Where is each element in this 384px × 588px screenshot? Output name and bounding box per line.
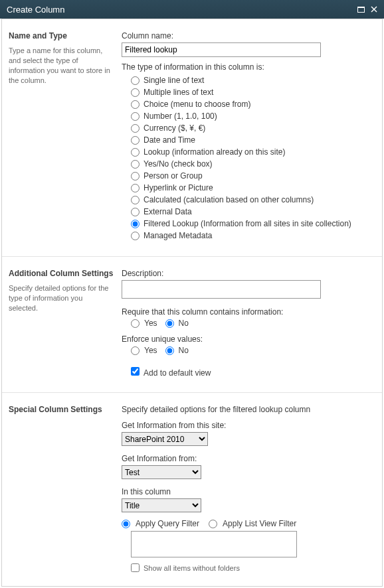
- yes-label: Yes: [144, 319, 157, 328]
- type-intro-label: The type of information in this column i…: [122, 62, 375, 72]
- column-type-option: Number (1, 1.0, 100): [131, 110, 375, 122]
- show-all-items-checkbox[interactable]: [131, 563, 140, 572]
- column-type-option: External Data: [131, 206, 375, 218]
- column-type-radio[interactable]: [131, 88, 140, 97]
- column-type-option: Filtered Lookup (Information from all si…: [131, 218, 375, 230]
- require-yes-radio[interactable]: [131, 319, 140, 328]
- column-type-option: Calculated (calculation based on other c…: [131, 194, 375, 206]
- column-type-option: Person or Group: [131, 170, 375, 182]
- column-type-label: Currency ($, ¥, €): [144, 123, 205, 133]
- column-type-radio[interactable]: [131, 220, 140, 228]
- column-type-radio[interactable]: [131, 172, 140, 181]
- column-type-option: Choice (menu to choose from): [131, 98, 375, 110]
- column-name-label: Column name:: [122, 31, 375, 40]
- column-type-label: Person or Group: [144, 171, 203, 181]
- column-type-option: Multiple lines of text: [131, 86, 375, 98]
- enforce-no-radio[interactable]: [165, 346, 174, 355]
- column-select[interactable]: Title: [122, 498, 201, 512]
- column-type-label: Multiple lines of text: [144, 88, 213, 97]
- section-heading: Name and Type: [9, 31, 114, 40]
- column-type-label: Single line of text: [144, 76, 204, 85]
- section-desc: Specify detailed options for the type of…: [9, 283, 114, 313]
- apply-query-filter-radio[interactable]: [122, 520, 130, 528]
- site-label: Get Information from this site:: [122, 421, 375, 430]
- filter-textarea[interactable]: [131, 531, 297, 557]
- dialog-title: Create Column: [7, 5, 352, 15]
- column-type-label: Choice (menu to choose from): [144, 100, 250, 109]
- column-type-radio[interactable]: [131, 136, 140, 145]
- section-special: Special Column Settings Specify detailed…: [2, 393, 382, 587]
- require-no-radio[interactable]: [165, 319, 174, 328]
- column-type-radio[interactable]: [131, 124, 140, 133]
- apply-list-view-filter-label: Apply List View Filter: [223, 519, 296, 528]
- list-label: Get Information from:: [122, 454, 375, 463]
- require-label: Require that this column contains inform…: [122, 307, 375, 317]
- column-type-radio[interactable]: [131, 184, 140, 192]
- column-type-label: Filtered Lookup (Information from all si…: [144, 219, 351, 228]
- column-type-radio[interactable]: [131, 100, 140, 109]
- column-type-radio[interactable]: [131, 232, 140, 240]
- column-type-option: Currency ($, ¥, €): [131, 122, 375, 134]
- add-default-view-checkbox[interactable]: [131, 367, 140, 376]
- list-select[interactable]: Test: [122, 465, 201, 479]
- column-name-input[interactable]: [122, 42, 321, 57]
- yes-label: Yes: [144, 346, 157, 355]
- column-type-option: Lookup (information already on this site…: [131, 146, 375, 158]
- show-all-items-label: Show all items without folders: [144, 564, 240, 572]
- apply-list-view-filter-radio[interactable]: [209, 520, 217, 528]
- dialog-body: Name and Type Type a name for this colum…: [1, 19, 383, 587]
- column-label: In this column: [122, 487, 375, 496]
- column-type-label: Number (1, 1.0, 100): [144, 111, 217, 121]
- filter-mode-radiogroup: Apply Query Filter Apply List View Filte…: [122, 519, 375, 528]
- column-type-radiogroup: Single line of textMultiple lines of tex…: [122, 74, 375, 242]
- column-type-label: Date and Time: [144, 135, 195, 145]
- column-type-option: Managed Metadata: [131, 230, 375, 242]
- section-name-type: Name and Type Type a name for this colum…: [2, 19, 382, 257]
- column-type-radio[interactable]: [131, 196, 140, 204]
- enforce-radiogroup: Yes No: [131, 346, 375, 355]
- column-type-radio[interactable]: [131, 76, 140, 85]
- column-type-label: Calculated (calculation based on other c…: [144, 195, 314, 204]
- column-type-option: Date and Time: [131, 134, 375, 146]
- column-type-label: Hyperlink or Picture: [144, 183, 213, 192]
- description-textarea[interactable]: [122, 280, 321, 299]
- maximize-icon[interactable]: [356, 5, 365, 13]
- column-type-option: Hyperlink or Picture: [131, 182, 375, 194]
- column-type-label: Yes/No (check box): [144, 159, 213, 169]
- enforce-label: Enforce unique values:: [122, 334, 375, 344]
- column-type-radio[interactable]: [131, 160, 140, 169]
- column-type-radio[interactable]: [131, 148, 140, 157]
- column-type-label: External Data: [144, 207, 192, 216]
- column-type-radio[interactable]: [131, 208, 140, 216]
- close-icon[interactable]: [369, 5, 379, 13]
- apply-query-filter-label: Apply Query Filter: [136, 519, 199, 528]
- enforce-yes-radio[interactable]: [131, 346, 140, 355]
- no-label: No: [179, 319, 189, 328]
- section-additional: Additional Column Settings Specify detai…: [2, 257, 382, 393]
- column-type-label: Managed Metadata: [144, 231, 212, 240]
- section-heading: Additional Column Settings: [9, 269, 114, 278]
- require-radiogroup: Yes No: [131, 319, 375, 328]
- column-type-label: Lookup (information already on this site…: [144, 147, 285, 157]
- section-desc: Type a name for this column, and select …: [9, 46, 114, 85]
- column-type-radio[interactable]: [131, 112, 140, 121]
- column-type-option: Single line of text: [131, 74, 375, 86]
- site-select[interactable]: SharePoint 2010: [122, 432, 208, 446]
- no-label: No: [179, 346, 189, 355]
- special-intro: Specify detailed options for the filtere…: [122, 405, 375, 414]
- section-heading: Special Column Settings: [9, 405, 114, 414]
- column-type-option: Yes/No (check box): [131, 158, 375, 170]
- add-default-view-label: Add to default view: [144, 368, 211, 378]
- description-label: Description:: [122, 269, 375, 278]
